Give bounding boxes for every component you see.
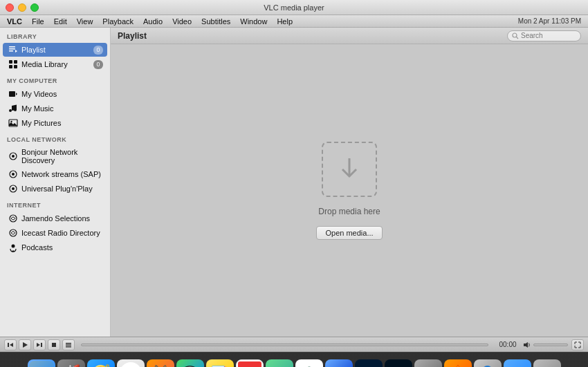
menu-file[interactable]: File (28, 17, 48, 26)
dock-icon-messages[interactable]: 💬 (176, 359, 204, 367)
sidebar-label-network-streams: Network streams (SAP) (21, 170, 101, 178)
drop-icon-box (322, 142, 377, 197)
sidebar-label-my-pictures: My Pictures (21, 119, 61, 127)
volume-icon (523, 341, 531, 349)
minimize-button[interactable] (18, 3, 26, 12)
svg-line-24 (517, 37, 519, 39)
sidebar-item-network-streams[interactable]: Network streams (SAP) (3, 167, 107, 181)
controls-bar: 00:00 (0, 337, 588, 352)
svg-rect-4 (9, 60, 12, 64)
dock-icon-chrome[interactable] (117, 359, 145, 367)
sidebar-item-podcasts[interactable]: Podcasts (3, 241, 107, 254)
dock-icon-vlc[interactable] (444, 359, 472, 367)
dock-icon-calendar[interactable]: 2 (236, 359, 264, 367)
time-display: 00:00 (495, 341, 521, 348)
dock-icon-user[interactable]: 👤 (474, 359, 502, 367)
menu-app[interactable]: VLC (3, 17, 26, 26)
play-button[interactable] (19, 339, 31, 350)
dock-icon-system-preferences[interactable]: ⚙ (414, 359, 442, 367)
search-box[interactable] (507, 30, 581, 41)
volume-bar[interactable] (533, 344, 568, 346)
sidebar-label-icecast: Icecast Radio Directory (21, 229, 100, 237)
dock-icon-finder[interactable] (28, 359, 55, 367)
menu-audio[interactable]: Audio (139, 17, 167, 26)
sidebar-item-upnp[interactable]: Universal Plug'n'Play (3, 182, 107, 196)
dock-icon-safari[interactable]: 🧭 (87, 359, 115, 367)
close-button[interactable] (6, 3, 14, 12)
dock-icon-files[interactable]: 📁 (504, 359, 531, 367)
network-icon-sap (8, 169, 18, 179)
svg-marker-28 (23, 342, 28, 348)
svg-rect-0 (9, 46, 15, 48)
menu-help[interactable]: Help (273, 17, 297, 26)
dock: 🚀 🧭 🦊 💬 📝 2 🗺 A Ps Lr ⚙ 👤 📁 � (0, 352, 588, 367)
drop-media-text: Drop media here (318, 207, 380, 216)
network-icon-bonjour (8, 151, 18, 161)
sidebar-item-bonjour[interactable]: Bonjour Network Discovery (3, 146, 107, 167)
dock-icon-trash[interactable]: 🗑 (533, 359, 561, 367)
menu-subtitles[interactable]: Subtitles (197, 17, 235, 26)
stop-button[interactable] (48, 339, 60, 350)
svg-rect-30 (41, 343, 42, 347)
system-time: Mon 2 Apr 11:03 PM (518, 17, 581, 25)
sidebar-item-icecast[interactable]: Icecast Radio Directory (3, 226, 107, 240)
content-area: Playlist Drop media here O (111, 28, 588, 337)
drop-area: Drop media here Open media... (111, 44, 588, 337)
local-network-section-label: LOCAL NETWORK (0, 131, 110, 145)
menu-playback[interactable]: Playback (98, 17, 138, 26)
sidebar-label-my-videos: My Videos (21, 90, 57, 98)
dock-icon-appstore[interactable]: A (325, 359, 353, 367)
search-icon (512, 32, 519, 39)
sidebar-item-my-music[interactable]: My Music (3, 102, 107, 115)
internet-icon-icecast (8, 228, 18, 238)
network-icon-upnp (8, 184, 18, 194)
menu-view[interactable]: View (73, 17, 98, 26)
dock-icon-firefox[interactable]: 🦊 (147, 359, 174, 367)
menu-window[interactable]: Window (236, 17, 271, 26)
video-icon (8, 89, 18, 99)
dock-icon-notes[interactable]: 📝 (206, 359, 234, 367)
sidebar-label-media-library: Media Library (21, 60, 68, 68)
dock-icon-launchpad[interactable]: 🚀 (57, 359, 85, 367)
media-library-icon (8, 59, 18, 69)
svg-rect-7 (14, 65, 17, 68)
titlebar: VLC media player (0, 0, 588, 15)
svg-point-20 (12, 245, 15, 248)
svg-rect-1 (9, 48, 15, 50)
app-body: LIBRARY Playlist 0 Media Libr (0, 28, 588, 337)
svg-marker-9 (16, 93, 17, 95)
svg-rect-6 (9, 65, 12, 68)
menu-edit[interactable]: Edit (50, 17, 71, 26)
sidebar-label-jamendo: Jamendo Selections (21, 214, 90, 223)
dock-icon-maps[interactable]: 🗺 (266, 359, 293, 367)
sidebar-item-my-videos[interactable]: My Videos (3, 87, 107, 101)
sidebar-item-media-library[interactable]: Media Library 0 (3, 57, 107, 71)
next-button[interactable] (33, 339, 46, 350)
dock-icon-photos[interactable] (295, 359, 323, 367)
podcast-icon (8, 243, 18, 252)
svg-point-11 (10, 121, 12, 122)
toggle-playlist-button[interactable] (62, 339, 75, 350)
previous-button[interactable] (4, 339, 17, 350)
sidebar-label-playlist: Playlist (21, 46, 46, 54)
playlist-title: Playlist (118, 31, 147, 41)
sidebar-item-playlist[interactable]: Playlist 0 (3, 43, 107, 57)
dock-icon-lightroom[interactable]: Lr (385, 359, 412, 367)
open-media-button[interactable]: Open media... (316, 226, 382, 240)
sidebar-label-upnp: Universal Plug'n'Play (21, 185, 93, 193)
svg-point-15 (12, 173, 15, 176)
svg-rect-27 (8, 343, 9, 347)
sidebar-item-my-pictures[interactable]: My Pictures (3, 116, 107, 130)
main-area: LIBRARY Playlist 0 Media Libr (0, 28, 588, 352)
sidebar-label-podcasts: Podcasts (21, 243, 53, 252)
search-input[interactable] (521, 32, 576, 39)
sidebar-item-jamendo[interactable]: Jamendo Selections (3, 211, 107, 225)
playlist-badge: 0 (93, 46, 103, 55)
svg-marker-35 (524, 342, 528, 348)
dock-icon-photoshop[interactable]: Ps (355, 359, 383, 367)
menu-video[interactable]: Video (168, 17, 196, 26)
maximize-button[interactable] (30, 3, 39, 12)
svg-marker-29 (37, 343, 40, 347)
fullscreen-button[interactable] (571, 339, 584, 350)
progress-bar[interactable] (81, 344, 488, 346)
